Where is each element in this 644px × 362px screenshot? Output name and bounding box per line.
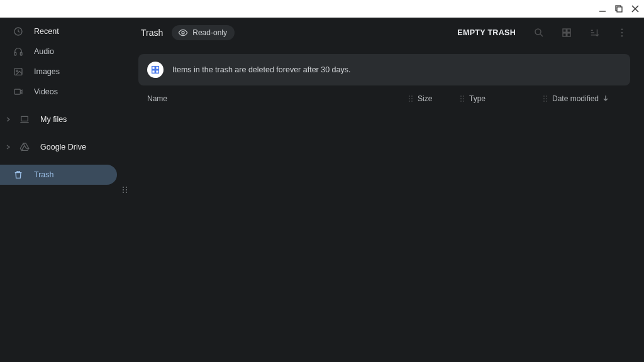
search-icon[interactable] bbox=[530, 23, 548, 42]
svg-rect-21 bbox=[567, 29, 570, 32]
svg-point-15 bbox=[126, 189, 127, 190]
svg-rect-29 bbox=[152, 70, 155, 74]
svg-rect-30 bbox=[156, 70, 159, 74]
svg-point-42 bbox=[463, 101, 464, 102]
sidebar-group-myfiles[interactable]: My files bbox=[0, 109, 130, 129]
empty-trash-button[interactable]: EMPTY TRASH bbox=[452, 25, 521, 41]
content-area: Trash Read-only EMPTY TRASH bbox=[130, 18, 644, 362]
sidebar-item-label: Audio bbox=[34, 47, 54, 56]
svg-point-33 bbox=[409, 98, 410, 99]
sidebar-item-label: Recent bbox=[34, 27, 59, 36]
svg-point-37 bbox=[460, 96, 462, 97]
sidebar-item-label: Videos bbox=[34, 87, 58, 96]
info-banner: Items in the trash are deleted forever a… bbox=[138, 54, 630, 85]
window-titlebar bbox=[0, 0, 644, 18]
col-type[interactable]: Type bbox=[469, 94, 538, 103]
svg-point-46 bbox=[546, 98, 547, 99]
sidebar-item-label: Images bbox=[34, 67, 60, 76]
col-name[interactable]: Name bbox=[147, 94, 404, 103]
svg-rect-11 bbox=[21, 116, 28, 121]
sidebar-item-videos[interactable]: Videos bbox=[0, 82, 130, 102]
banner-icon bbox=[147, 62, 164, 78]
svg-point-16 bbox=[123, 192, 124, 193]
svg-point-36 bbox=[411, 101, 413, 102]
svg-point-9 bbox=[16, 70, 18, 72]
svg-point-38 bbox=[463, 96, 464, 97]
laptop-icon bbox=[19, 114, 30, 125]
svg-point-41 bbox=[460, 101, 462, 102]
svg-point-26 bbox=[621, 35, 623, 37]
svg-point-25 bbox=[621, 32, 623, 34]
image-icon bbox=[13, 66, 24, 77]
page-title: Trash bbox=[141, 28, 163, 38]
chip-label: Read-only bbox=[192, 28, 227, 37]
svg-point-13 bbox=[126, 187, 127, 188]
svg-point-18 bbox=[182, 31, 184, 34]
video-icon bbox=[13, 86, 24, 97]
close-button[interactable] bbox=[630, 4, 640, 14]
svg-point-14 bbox=[123, 189, 124, 190]
sidebar-item-trash[interactable]: Trash bbox=[0, 165, 117, 185]
svg-point-19 bbox=[535, 29, 541, 35]
eye-icon bbox=[178, 28, 188, 38]
svg-point-45 bbox=[543, 98, 545, 99]
grip-icon[interactable] bbox=[408, 95, 414, 102]
svg-rect-27 bbox=[152, 67, 155, 70]
svg-rect-22 bbox=[563, 33, 566, 36]
clock-icon bbox=[13, 26, 24, 37]
more-icon[interactable] bbox=[613, 23, 631, 42]
svg-point-12 bbox=[123, 187, 124, 188]
svg-point-43 bbox=[543, 96, 545, 97]
col-size[interactable]: Size bbox=[418, 94, 455, 103]
banner-text: Items in the trash are deleted forever a… bbox=[172, 65, 350, 74]
svg-point-44 bbox=[546, 96, 547, 97]
col-date-label: Date modified bbox=[552, 94, 599, 103]
sidebar-item-audio[interactable]: Audio bbox=[0, 41, 130, 62]
svg-point-32 bbox=[411, 96, 413, 97]
svg-rect-8 bbox=[14, 69, 22, 75]
svg-rect-28 bbox=[156, 67, 159, 70]
maximize-button[interactable] bbox=[614, 4, 624, 14]
grip-icon[interactable] bbox=[459, 95, 465, 102]
svg-rect-6 bbox=[14, 52, 16, 55]
sidebar-item-label: Google Drive bbox=[40, 143, 86, 151]
svg-point-34 bbox=[411, 98, 413, 99]
sidebar-item-recent[interactable]: Recent bbox=[0, 21, 130, 41]
sidebar-item-label: Trash bbox=[34, 170, 54, 179]
sidebar-resize-handle[interactable] bbox=[122, 185, 128, 196]
sidebar-item-label: My files bbox=[40, 115, 67, 124]
grid-view-icon[interactable] bbox=[557, 23, 576, 42]
sort-icon[interactable] bbox=[585, 23, 604, 42]
svg-rect-20 bbox=[563, 29, 566, 32]
svg-point-47 bbox=[543, 101, 545, 102]
svg-rect-2 bbox=[617, 7, 622, 12]
svg-rect-10 bbox=[14, 89, 20, 94]
grip-icon[interactable] bbox=[542, 95, 548, 102]
content-header: Trash Read-only EMPTY TRASH bbox=[130, 18, 639, 48]
svg-point-31 bbox=[409, 96, 410, 97]
sidebar: Recent Audio Images Videos bbox=[0, 18, 130, 362]
minimize-button[interactable] bbox=[597, 4, 608, 14]
svg-rect-7 bbox=[20, 52, 22, 55]
headphones-icon bbox=[13, 46, 24, 57]
svg-point-40 bbox=[463, 98, 464, 99]
col-date-modified[interactable]: Date modified bbox=[552, 94, 628, 103]
sort-desc-icon bbox=[602, 94, 609, 103]
readonly-chip: Read-only bbox=[172, 25, 235, 40]
chevron-right-icon bbox=[5, 145, 11, 150]
trash-icon bbox=[13, 169, 24, 180]
svg-point-35 bbox=[409, 101, 410, 102]
sidebar-group-drive[interactable]: Google Drive bbox=[0, 137, 130, 157]
svg-point-48 bbox=[546, 101, 547, 102]
svg-point-39 bbox=[460, 98, 462, 99]
sidebar-item-images[interactable]: Images bbox=[0, 62, 130, 82]
column-headers: Name Size Type Date modified bbox=[130, 90, 639, 107]
chevron-right-icon bbox=[5, 117, 11, 122]
svg-point-17 bbox=[126, 192, 127, 193]
drive-icon bbox=[19, 141, 30, 153]
svg-rect-23 bbox=[567, 33, 570, 36]
svg-point-24 bbox=[621, 28, 623, 30]
